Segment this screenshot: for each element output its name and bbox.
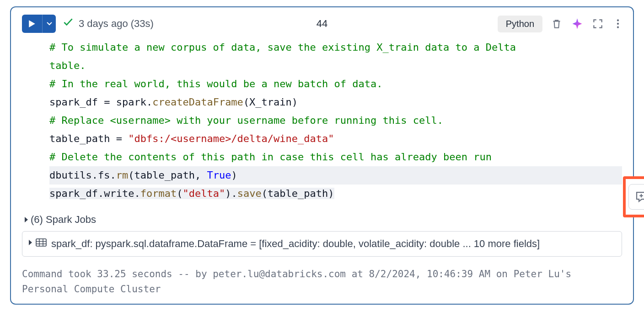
execution-status: 3 days ago (33s) (62, 16, 154, 31)
cell-tools: Python (498, 16, 624, 32)
run-button[interactable] (22, 15, 42, 33)
svg-point-1 (617, 23, 619, 25)
language-selector[interactable]: Python (498, 16, 542, 32)
code-token: spark_df.write. (49, 188, 140, 199)
execution-footer: Command took 33.25 seconds -- by peter.l… (11, 262, 633, 304)
ai-assistant-icon[interactable] (571, 17, 584, 30)
code-token: = (116, 133, 122, 144)
cell-output: (6) Spark Jobs spark_df: pyspark.sql.dat… (11, 208, 633, 262)
code-editor[interactable]: # To simulate a new corpus of data, save… (11, 38, 633, 208)
run-options-dropdown[interactable] (42, 15, 56, 33)
check-icon (62, 16, 74, 31)
code-token: createDataFrame (152, 96, 243, 108)
add-comment-button[interactable] (628, 184, 644, 210)
delete-icon[interactable] (551, 18, 563, 30)
code-token: dbutils.fs. (49, 169, 116, 181)
dataframe-expand[interactable] (29, 238, 47, 247)
code-token: ). (225, 188, 237, 199)
code-comment: # Delete the contents of this path in ca… (49, 151, 492, 163)
code-token: (X_train) (243, 96, 298, 108)
expand-triangle-icon (25, 217, 28, 222)
notebook-cell: 3 days ago (33s) 44 Python # To simulate… (10, 6, 634, 305)
code-token (122, 133, 128, 144)
code-token: rm (116, 169, 129, 181)
code-token: (table_path, (128, 169, 207, 181)
code-token: (table_path) (262, 188, 334, 199)
status-text: 3 days ago (33s) (79, 18, 154, 30)
dataframe-summary[interactable]: spark_df: pyspark.sql.dataframe.DataFram… (22, 231, 622, 257)
expand-triangle-icon (29, 240, 32, 245)
svg-rect-3 (36, 239, 46, 246)
spark-jobs-toggle[interactable]: (6) Spark Jobs (22, 212, 622, 227)
run-button-group (22, 15, 56, 33)
code-token: save (237, 188, 262, 199)
expand-icon[interactable] (592, 18, 604, 30)
code-comment: # To simulate a new corpus of data, save… (49, 42, 516, 53)
svg-point-0 (617, 19, 619, 21)
code-token: ) (231, 169, 237, 181)
code-string: "delta" (182, 188, 225, 199)
code-token: True (207, 169, 231, 181)
highlight-annotation (623, 176, 644, 217)
dataframe-text: spark_df: pyspark.sql.dataframe.DataFram… (51, 236, 540, 252)
code-token: ( (177, 188, 182, 199)
code-token: format (140, 188, 177, 199)
code-string: "dbfs:/<username>/delta/wine_data" (128, 133, 334, 144)
more-options-icon[interactable] (612, 18, 624, 30)
cell-number: 44 (317, 18, 327, 30)
svg-point-2 (617, 26, 619, 28)
spark-jobs-label: (6) Spark Jobs (31, 214, 96, 226)
code-token: spark_df (49, 96, 104, 108)
code-token: table_path (49, 133, 116, 144)
code-token: spark. (110, 96, 152, 108)
code-comment: table. (49, 60, 86, 71)
code-token: = (104, 96, 110, 108)
cell-header: 3 days ago (33s) 44 Python (11, 7, 633, 38)
code-comment: # In the real world, this would be a new… (49, 78, 382, 90)
code-comment: # Replace <username> with your username … (49, 115, 443, 126)
table-icon (36, 238, 47, 247)
